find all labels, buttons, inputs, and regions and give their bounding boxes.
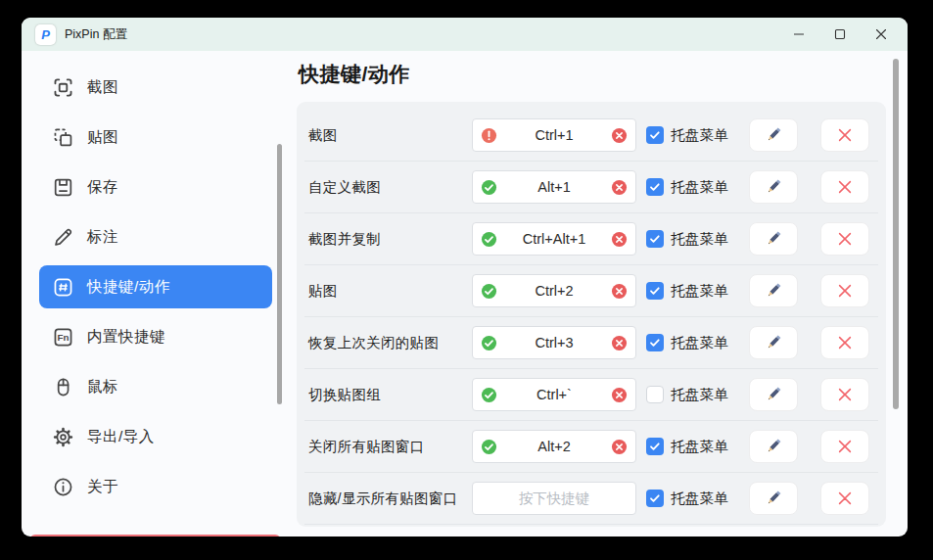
hotkey-input[interactable]: Ctrl+Alt+1	[472, 222, 636, 256]
pin-image-icon	[52, 126, 74, 149]
delete-hotkey-button[interactable]	[820, 326, 869, 359]
sidebar-item-about[interactable]: 关于	[39, 465, 272, 508]
status-ok-icon	[481, 439, 497, 455]
tray-menu-checkbox[interactable]	[646, 490, 664, 507]
tray-menu-label: 托盘菜单	[671, 282, 728, 301]
sidebar-item-save[interactable]: 保存	[39, 165, 272, 209]
hotkey-row-label: 截图并复制	[308, 230, 381, 249]
tray-menu-label: 托盘菜单	[671, 230, 728, 249]
edit-hotkey-button[interactable]	[749, 170, 798, 204]
edit-hotkey-button[interactable]	[749, 326, 798, 359]
pixpin-logo-icon: P	[35, 24, 56, 45]
hotkey-row: 关闭所有贴图窗口 Alt+2 托盘菜单	[304, 421, 878, 473]
sidebar-scrollbar[interactable]	[277, 144, 282, 404]
sidebar-item-builtin-hotkeys[interactable]: Fn 内置快捷键	[39, 315, 272, 358]
tray-menu-checkbox[interactable]	[646, 230, 664, 248]
tray-menu-checkbox[interactable]	[646, 334, 664, 351]
sidebar-item-pin-image[interactable]: 贴图	[39, 116, 272, 159]
hotkey-input[interactable]: Alt+1	[472, 170, 636, 204]
tray-menu-label: 托盘菜单	[671, 178, 728, 197]
hotkey-row: 自定义截图 Alt+1 托盘菜单	[304, 162, 878, 213]
hotkey-input[interactable]: Ctrl+`	[472, 378, 636, 411]
minimize-icon	[793, 28, 805, 40]
tray-menu-checkbox[interactable]	[646, 386, 664, 403]
hotkey-input[interactable]: Ctrl+1	[472, 118, 636, 152]
delete-hotkey-button[interactable]	[820, 170, 869, 204]
edit-hotkey-button[interactable]	[749, 482, 798, 515]
status-ok-icon	[481, 439, 497, 455]
delete-hotkey-button[interactable]	[820, 482, 869, 515]
hotkey-value: Alt+1	[537, 179, 570, 195]
hotkey-row-label: 自定义截图	[308, 178, 381, 197]
minimize-button[interactable]	[778, 18, 819, 51]
pencil-icon	[763, 332, 784, 353]
pencil-icon	[763, 124, 784, 146]
tray-menu-label: 托盘菜单	[671, 386, 728, 404]
clear-hotkey-icon[interactable]	[611, 231, 628, 248]
edit-hotkey-button[interactable]	[749, 274, 798, 307]
tray-menu-checkbox[interactable]	[646, 438, 664, 455]
delete-x-icon	[836, 230, 854, 248]
checkmark-icon	[648, 128, 662, 142]
hotkey-input[interactable]: 按下快捷键	[472, 482, 636, 515]
page-title: 快捷键/动作	[299, 61, 410, 88]
sidebar-item-label: 关于	[87, 477, 118, 497]
delete-x-icon	[836, 490, 854, 507]
checkmark-icon	[648, 284, 662, 298]
status-ok-icon	[481, 283, 497, 300]
hotkey-row-label: 关闭所有贴图窗口	[308, 438, 424, 456]
checkmark-icon	[648, 336, 662, 350]
clear-hotkey-icon[interactable]	[611, 335, 628, 351]
clear-hotkey-icon[interactable]	[611, 283, 628, 300]
delete-x-icon	[836, 282, 854, 300]
status-warning-icon	[481, 127, 497, 144]
clear-hotkey-icon[interactable]	[611, 127, 628, 144]
hotkey-input[interactable]: Alt+2	[472, 430, 636, 463]
close-button[interactable]	[861, 18, 902, 51]
status-ok-icon	[481, 231, 497, 248]
pencil-icon	[763, 280, 784, 302]
sidebar-item-import-export[interactable]: 导出/导入	[39, 415, 272, 458]
delete-x-icon	[836, 386, 854, 403]
delete-hotkey-button[interactable]	[820, 222, 869, 256]
edit-hotkey-button[interactable]	[749, 118, 798, 152]
main-scrollbar[interactable]	[893, 59, 899, 409]
delete-hotkey-button[interactable]	[820, 118, 869, 152]
sidebar-item-annotate[interactable]: 标注	[39, 215, 272, 258]
hotkey-value: Ctrl+3	[535, 335, 573, 350]
restore-defaults-button[interactable]: 恢复所有默认设置	[29, 535, 281, 537]
delete-hotkey-button[interactable]	[820, 274, 869, 307]
window-controls	[778, 18, 908, 51]
delete-hotkey-button[interactable]	[820, 430, 869, 463]
pencil-icon	[763, 488, 784, 509]
pencil-outline-icon	[52, 226, 74, 249]
hotkey-value: Alt+2	[537, 439, 570, 454]
edit-hotkey-button[interactable]	[749, 378, 798, 411]
tray-menu-checkbox[interactable]	[646, 126, 664, 144]
delete-x-icon	[836, 334, 854, 351]
hotkey-value: Ctrl+2	[535, 283, 573, 299]
hotkey-value: Ctrl+1	[535, 127, 573, 143]
delete-x-icon	[836, 438, 854, 455]
hotkey-input[interactable]: Ctrl+3	[472, 326, 636, 359]
edit-hotkey-button[interactable]	[749, 430, 798, 463]
status-ok-icon	[481, 179, 497, 196]
checkmark-icon	[648, 180, 662, 194]
sidebar-item-screenshot[interactable]: 截图	[39, 66, 272, 109]
clear-hotkey-icon[interactable]	[611, 387, 628, 403]
sidebar-item-mouse[interactable]: 鼠标	[39, 365, 272, 408]
sidebar-item-label: 导出/导入	[87, 427, 155, 447]
clear-hotkey-icon[interactable]	[611, 439, 628, 455]
pencil-icon	[763, 436, 784, 457]
edit-hotkey-button[interactable]	[749, 222, 798, 256]
maximize-button[interactable]	[819, 18, 861, 51]
delete-hotkey-button[interactable]	[820, 378, 869, 411]
tray-menu-checkbox[interactable]	[646, 282, 664, 300]
sidebar-item-hotkeys-actions[interactable]: 快捷键/动作	[39, 265, 272, 308]
hotkey-input[interactable]: Ctrl+2	[472, 274, 636, 307]
tray-menu-checkbox[interactable]	[646, 178, 664, 196]
hotkey-value: Ctrl+`	[536, 387, 572, 402]
clear-hotkey-icon[interactable]	[611, 179, 628, 196]
status-warning-icon	[481, 127, 497, 144]
hotkey-row: 贴图 Ctrl+2 托盘菜单	[304, 265, 878, 317]
